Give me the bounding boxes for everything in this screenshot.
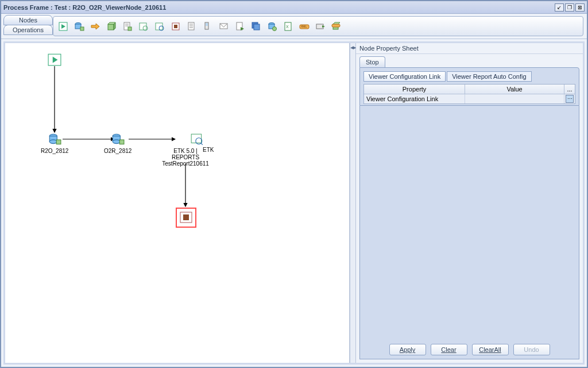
browse-icon[interactable]: ⋯: [566, 95, 574, 103]
node-o2r[interactable]: O2R_2812: [104, 133, 131, 154]
property-subarea: Viewer Configuration Link Viewer Report …: [359, 67, 579, 106]
svg-rect-56: [191, 134, 201, 143]
svg-rect-4: [80, 27, 84, 30]
doc-icon[interactable]: [121, 20, 134, 33]
svg-point-50: [49, 140, 57, 144]
svg-text:XML: XML: [301, 25, 307, 28]
top-strip: Nodes Operations X XML: [1, 14, 587, 39]
property-grid: Property Value ... Viewer Configuration …: [363, 84, 575, 104]
doc2-icon[interactable]: [234, 20, 246, 33]
start-node-icon: [48, 53, 61, 66]
svg-rect-6: [108, 24, 114, 30]
subtab-viewer-auto[interactable]: Viewer Report Auto Config: [447, 71, 531, 82]
node-label: O2R_2812: [104, 148, 131, 154]
arrow-icon[interactable]: [89, 20, 102, 33]
cell-browse[interactable]: ⋯: [564, 94, 575, 103]
clearall-button[interactable]: ClearAll: [472, 344, 509, 355]
page-icon[interactable]: [185, 20, 198, 33]
multi-icon[interactable]: [250, 20, 262, 33]
panel-title: Node Property Sheet: [356, 43, 583, 54]
cell-value[interactable]: [465, 94, 564, 103]
apply-button[interactable]: Apply: [389, 344, 426, 355]
svg-rect-60: [183, 214, 189, 220]
report-viewer-icon: [190, 133, 204, 145]
node-r2o[interactable]: R2O_2812: [41, 133, 68, 154]
button-bar: Apply Clear ClearAll Undo: [359, 340, 579, 359]
xls-icon[interactable]: X: [282, 20, 295, 33]
svg-marker-5: [91, 24, 99, 29]
toolbar: X XML: [53, 16, 583, 36]
subtab-viewer-link[interactable]: Viewer Configuration Link: [363, 71, 446, 82]
tab-nodes[interactable]: Nodes: [3, 15, 53, 25]
svg-rect-55: [119, 140, 124, 144]
node-label: ETK: [203, 147, 214, 153]
stop-node-icon: [179, 211, 193, 224]
db-add-icon[interactable]: [73, 20, 86, 33]
property-tabs: Stop: [356, 54, 583, 67]
sheet-icon[interactable]: [137, 20, 150, 33]
splitter[interactable]: ◀▶: [350, 43, 356, 363]
svg-rect-51: [56, 140, 61, 144]
svg-rect-41: [332, 24, 340, 27]
send-icon[interactable]: [314, 20, 327, 33]
splitter-grip-icon: ◀▶: [350, 45, 356, 50]
main-area: R2O_2812 O2R_2812 ETK 5.0 | REPORTS Test…: [3, 41, 585, 365]
property-panel: Node Property Sheet Stop Viewer Configur…: [356, 43, 583, 363]
db2-icon[interactable]: [266, 20, 278, 33]
svg-rect-24: [206, 23, 208, 26]
node-etk-label: ETK: [203, 145, 214, 153]
cube2-icon[interactable]: [330, 20, 343, 33]
cell-property: Viewer Configuration Link: [364, 94, 465, 103]
svg-point-54: [113, 140, 120, 144]
svg-line-58: [201, 143, 203, 145]
tab-operations[interactable]: Operations: [3, 25, 53, 35]
grid-header: Property Value ...: [364, 85, 575, 94]
grid-row[interactable]: Viewer Configuration Link ⋯: [364, 94, 575, 103]
col-value: Value: [465, 85, 564, 94]
clear-button[interactable]: Clear: [431, 344, 467, 355]
close-icon[interactable]: ⊠: [575, 3, 585, 12]
start-icon[interactable]: [57, 20, 69, 33]
minimize-icon[interactable]: ↙: [555, 3, 564, 12]
node-label: R2O_2812: [41, 148, 68, 154]
col-property: Property: [364, 85, 465, 94]
col-more: ...: [564, 85, 575, 94]
svg-marker-8: [114, 22, 115, 30]
undo-button[interactable]: Undo: [513, 344, 550, 355]
stop-icon[interactable]: [169, 20, 182, 33]
property-body: [359, 106, 579, 340]
mail-icon[interactable]: [218, 20, 230, 33]
database-icon: [111, 133, 125, 145]
node-stop[interactable]: [176, 208, 196, 228]
flow-canvas[interactable]: R2O_2812 O2R_2812 ETK 5.0 | REPORTS Test…: [5, 43, 350, 363]
svg-point-32: [273, 26, 277, 30]
titlebar: Process Frame : Test : R2O_O2R_ViewerNod…: [1, 1, 587, 14]
selection-box: [176, 208, 196, 228]
cube-icon[interactable]: [105, 20, 118, 33]
svg-rect-29: [254, 24, 260, 30]
node-start[interactable]: [48, 53, 61, 67]
tab-stop[interactable]: Stop: [359, 56, 385, 67]
device-icon[interactable]: [202, 20, 214, 33]
chart-icon[interactable]: [153, 20, 166, 33]
property-subtabs: Viewer Configuration Link Viewer Report …: [363, 71, 575, 82]
svg-rect-18: [174, 25, 177, 28]
xml-icon[interactable]: XML: [298, 20, 311, 33]
maximize-icon[interactable]: ❐: [565, 3, 574, 12]
app-window: Process Frame : Test : R2O_O2R_ViewerNod…: [0, 0, 588, 368]
window-title: Process Frame : Test : R2O_O2R_ViewerNod…: [3, 4, 554, 11]
flow-edges: [5, 43, 349, 363]
side-tabs: Nodes Operations: [1, 14, 53, 39]
svg-text:X: X: [286, 25, 289, 29]
svg-rect-12: [128, 27, 131, 30]
database-icon: [48, 133, 61, 145]
